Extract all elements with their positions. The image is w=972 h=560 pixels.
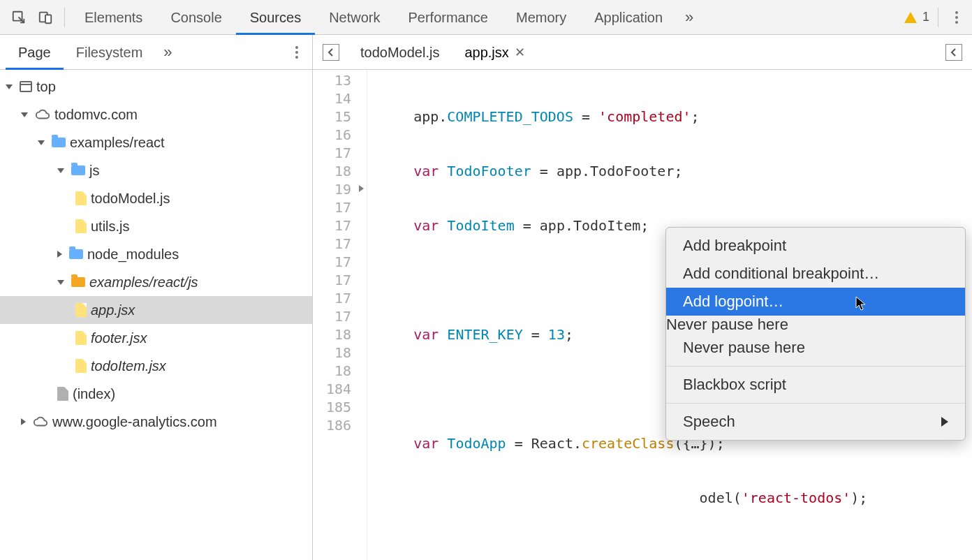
tree-label: js bbox=[89, 163, 99, 179]
tab-elements[interactable]: Elements bbox=[71, 0, 156, 35]
expand-icon[interactable] bbox=[57, 168, 64, 173]
file-icon bbox=[75, 191, 87, 205]
ctx-add-conditional-breakpoint[interactable]: Add conditional breakpoint… bbox=[666, 260, 965, 288]
nav-back-icon[interactable] bbox=[323, 44, 339, 61]
tree-domain[interactable]: www.google-analytics.com bbox=[0, 408, 312, 436]
line-gutter[interactable]: 13 14 15 16 17 18 19 17 17 17 17 17 17 1… bbox=[313, 70, 367, 560]
editor-pane: todoModel.js app.jsx ✕ 13 14 15 16 17 18… bbox=[313, 35, 972, 560]
tree-label: top bbox=[36, 79, 56, 95]
line-number[interactable]: 17 bbox=[313, 144, 351, 162]
editor-tab-label: app.jsx bbox=[464, 35, 508, 70]
code-line[interactable]: odel('react-todos'); bbox=[380, 489, 943, 507]
file-icon bbox=[75, 303, 87, 317]
ctx-blackbox-script[interactable]: Blackbox script bbox=[666, 371, 965, 399]
line-number[interactable]: 18 bbox=[313, 325, 351, 344]
line-number[interactable]: 186 bbox=[313, 416, 351, 434]
tree-folder[interactable]: examples/react bbox=[0, 128, 312, 156]
ctx-speech[interactable]: Speech bbox=[666, 408, 965, 436]
ctx-add-logpoint[interactable]: Add logpoint… bbox=[666, 288, 965, 316]
ctx-separator bbox=[666, 366, 965, 367]
tree-folder[interactable]: examples/react/js bbox=[0, 268, 312, 296]
tab-application[interactable]: Application bbox=[580, 0, 677, 35]
tree-file-selected[interactable]: app.jsx bbox=[0, 296, 312, 324]
line-number[interactable]: 17 bbox=[313, 289, 351, 307]
tree-label: app.jsx bbox=[91, 302, 135, 318]
tree-domain[interactable]: todomvc.com bbox=[0, 101, 312, 128]
tree-folder[interactable]: node_modules bbox=[0, 240, 312, 268]
folder-icon bbox=[69, 249, 83, 259]
line-number[interactable]: 185 bbox=[313, 398, 351, 416]
tree-frame-top[interactable]: top bbox=[0, 73, 312, 101]
tab-memory[interactable]: Memory bbox=[502, 0, 580, 35]
line-number[interactable]: 17 bbox=[313, 216, 351, 235]
sidebar-tab-filesystem[interactable]: Filesystem bbox=[64, 35, 156, 70]
code-line[interactable]: var TodoFooter = app.TodoFooter; bbox=[380, 162, 943, 180]
tree-label: node_modules bbox=[87, 246, 179, 263]
tree-file[interactable]: (index) bbox=[0, 380, 312, 408]
line-number[interactable]: 15 bbox=[313, 108, 351, 126]
expand-icon[interactable] bbox=[21, 112, 28, 117]
ctx-never-pause[interactable]: Never pause here Never pause here Blackb… bbox=[666, 316, 965, 436]
line-number[interactable]: 13 bbox=[313, 71, 351, 89]
submenu-arrow-icon bbox=[941, 417, 948, 427]
line-number[interactable]: 184 bbox=[313, 380, 351, 398]
folder-icon bbox=[71, 277, 85, 287]
tree-file[interactable]: todoModel.js bbox=[0, 184, 312, 212]
context-menu: Add breakpoint Add conditional breakpoin… bbox=[665, 227, 966, 441]
settings-menu-icon[interactable] bbox=[947, 11, 966, 24]
line-number[interactable]: 18 bbox=[313, 362, 351, 380]
nav-forward-icon[interactable] bbox=[945, 44, 962, 61]
tree-label: examples/react bbox=[70, 135, 165, 151]
warning-count[interactable]: 1 bbox=[922, 10, 929, 24]
tree-label: examples/react/js bbox=[89, 274, 198, 290]
separator bbox=[938, 8, 938, 27]
tab-sources[interactable]: Sources bbox=[236, 0, 315, 35]
expand-icon[interactable] bbox=[6, 84, 13, 89]
tree-file[interactable]: todoItem.jsx bbox=[0, 352, 312, 380]
line-number[interactable]: 19 bbox=[313, 180, 351, 198]
expand-icon[interactable] bbox=[38, 140, 45, 145]
code-line[interactable]: app.COMPLETED_TODOS = 'completed'; bbox=[380, 108, 943, 126]
ctx-add-breakpoint[interactable]: Add breakpoint bbox=[666, 232, 965, 260]
file-icon bbox=[57, 387, 68, 401]
collapse-icon[interactable] bbox=[21, 418, 26, 425]
file-icon bbox=[75, 359, 87, 373]
line-number[interactable]: 17 bbox=[313, 235, 351, 253]
sidebar-menu-icon[interactable] bbox=[287, 46, 307, 59]
editor-tabs: todoModel.js app.jsx ✕ bbox=[313, 35, 972, 70]
sidebar-tabs-overflow-icon[interactable]: » bbox=[155, 43, 180, 61]
inspect-element-icon[interactable] bbox=[6, 0, 32, 35]
warning-icon[interactable] bbox=[904, 12, 917, 23]
line-number[interactable]: 14 bbox=[313, 89, 351, 108]
frame-icon bbox=[20, 81, 32, 92]
line-number[interactable]: 17 bbox=[313, 271, 351, 289]
line-number[interactable]: 17 bbox=[313, 253, 351, 271]
tab-network[interactable]: Network bbox=[315, 0, 394, 35]
sidebar-tab-page[interactable]: Page bbox=[6, 35, 64, 70]
tree-file[interactable]: footer.jsx bbox=[0, 324, 312, 352]
main-area: Page Filesystem » top todomvc.com exampl… bbox=[0, 35, 972, 560]
ctx-separator bbox=[666, 403, 965, 404]
tab-console[interactable]: Console bbox=[156, 0, 235, 35]
line-number[interactable]: 17 bbox=[313, 198, 351, 216]
code-line[interactable] bbox=[380, 543, 943, 560]
expand-icon[interactable] bbox=[57, 280, 64, 285]
tree-label: (index) bbox=[73, 386, 115, 402]
ctx-never-pause[interactable]: Never pause here bbox=[666, 334, 965, 362]
collapse-icon[interactable] bbox=[57, 251, 62, 258]
fold-icon[interactable] bbox=[359, 185, 364, 192]
line-number[interactable]: 18 bbox=[313, 162, 351, 180]
tab-performance[interactable]: Performance bbox=[395, 0, 503, 35]
tree-label: utils.js bbox=[91, 219, 130, 235]
tree-file[interactable]: utils.js bbox=[0, 212, 312, 240]
mouse-cursor-icon bbox=[855, 296, 868, 311]
line-number[interactable]: 17 bbox=[313, 307, 351, 325]
editor-tab-active[interactable]: app.jsx ✕ bbox=[452, 35, 537, 70]
device-toggle-icon[interactable] bbox=[32, 0, 59, 35]
line-number[interactable]: 18 bbox=[313, 344, 351, 362]
line-number[interactable]: 16 bbox=[313, 126, 351, 144]
editor-tab-inactive[interactable]: todoModel.js bbox=[348, 35, 452, 70]
tabs-overflow-icon[interactable]: » bbox=[677, 8, 702, 27]
close-icon[interactable]: ✕ bbox=[515, 35, 525, 70]
tree-folder[interactable]: js bbox=[0, 156, 312, 184]
